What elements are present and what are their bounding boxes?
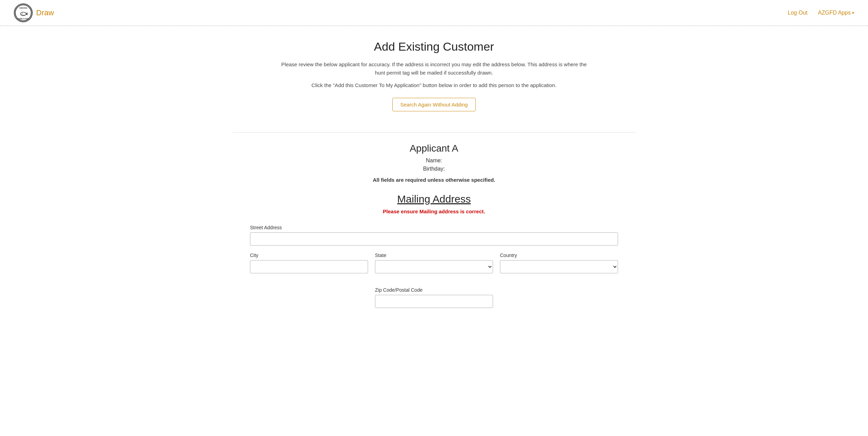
search-again-button[interactable]: Search Again Without Adding	[392, 98, 476, 111]
header-left: ARIZONA GAME & FISH Draw	[14, 3, 54, 22]
city-label: City	[250, 253, 368, 258]
street-address-label: Street Address	[250, 225, 618, 230]
svg-point-4	[22, 13, 23, 14]
mailing-address-section: Mailing Address Please ensure Mailing ad…	[233, 193, 635, 308]
applicant-title: Applicant A	[233, 143, 635, 154]
mailing-warning: Please ensure Mailing address is correct…	[233, 208, 635, 214]
svg-text:GAME & FISH: GAME & FISH	[18, 18, 29, 20]
section-divider	[233, 132, 635, 132]
required-note: All fields are required unless otherwise…	[233, 177, 635, 183]
azgfd-apps-button[interactable]: AZGFD Apps ▾	[818, 10, 854, 16]
applicant-section: Applicant A Name: Birthday: All fields a…	[233, 143, 635, 183]
mailing-address-title: Mailing Address	[233, 193, 635, 205]
city-state-country-row: City State AZ CA CO NM NV TX UT	[250, 253, 618, 280]
state-label: State	[375, 253, 493, 258]
city-group: City	[250, 253, 368, 273]
logo: ARIZONA GAME & FISH	[14, 3, 33, 22]
header-right: Log Out AZGFD Apps ▾	[788, 10, 854, 16]
draw-title: Draw	[36, 8, 54, 17]
country-label: Country	[500, 253, 618, 258]
city-input[interactable]	[250, 260, 368, 273]
zip-code-label: Zip Code/Postal Code	[375, 287, 493, 293]
address-form: Street Address City State AZ CA CO NM	[250, 225, 618, 308]
instruction-text: Click the "Add this Customer To My Appli…	[233, 81, 635, 89]
zip-code-group: Zip Code/Postal Code	[375, 287, 493, 308]
apps-caret-icon: ▾	[852, 10, 854, 15]
street-address-input[interactable]	[250, 232, 618, 246]
street-address-group: Street Address	[250, 225, 618, 246]
state-group: State AZ CA CO NM NV TX UT	[375, 253, 493, 273]
main-content: Add Existing Customer Please review the …	[226, 26, 642, 322]
applicant-birthday-label: Birthday:	[233, 166, 635, 172]
country-select[interactable]: United States Canada Mexico	[500, 260, 618, 273]
state-select[interactable]: AZ CA CO NM NV TX UT	[375, 260, 493, 273]
logout-button[interactable]: Log Out	[788, 10, 808, 16]
zip-code-input[interactable]	[375, 295, 493, 308]
description-text: Please review the below applicant for ac…	[278, 60, 590, 77]
applicant-name-label: Name:	[233, 157, 635, 164]
page-title: Add Existing Customer	[233, 40, 635, 53]
country-group: Country United States Canada Mexico	[500, 253, 618, 273]
header: ARIZONA GAME & FISH Draw Log Out AZGFD A…	[0, 0, 868, 26]
svg-text:ARIZONA: ARIZONA	[19, 7, 27, 9]
